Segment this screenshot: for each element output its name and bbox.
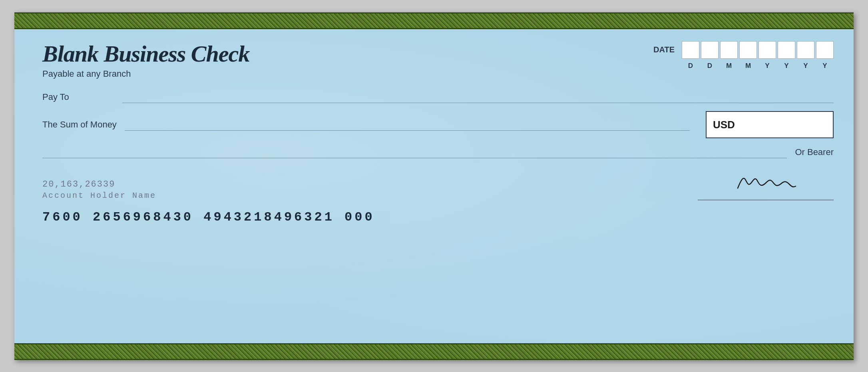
date-format-d1: D (682, 62, 699, 70)
or-bearer-row: Or Bearer (42, 146, 834, 158)
sum-line[interactable] (125, 119, 690, 131)
date-box-6[interactable] (778, 41, 795, 59)
bearer-label: Or Bearer (795, 147, 834, 157)
micr-section: 7600 2656968430 4943218496321 000 (42, 210, 834, 229)
pay-to-line[interactable] (122, 91, 834, 103)
date-box-7[interactable] (797, 41, 814, 59)
sum-label: The Sum of Money (42, 119, 117, 130)
date-box-4[interactable] (739, 41, 757, 59)
usd-label: USD (713, 119, 735, 131)
check-bottom: 20,163,26339 Account Holder Name (42, 166, 834, 200)
date-format-row: D D M M Y Y Y Y (682, 62, 834, 70)
signature-line (698, 200, 834, 200)
check-subtitle: Payable at any Branch (42, 69, 653, 79)
date-format-y3: Y (797, 62, 814, 70)
bearer-line[interactable] (42, 146, 787, 158)
date-format-m1: M (720, 62, 738, 70)
micr-text: 7600 2656968430 4943218496321 000 (42, 210, 834, 225)
signature-section (698, 166, 834, 200)
date-format-y1: Y (759, 62, 776, 70)
date-box-2[interactable] (701, 41, 719, 59)
title-section: Blank Business Check Payable at any Bran… (42, 41, 653, 80)
date-row: DATE (653, 41, 834, 59)
date-format-y2: Y (778, 62, 795, 70)
account-number: 20,163,26339 (42, 179, 156, 189)
date-box-8[interactable] (816, 41, 834, 59)
sum-row: The Sum of Money USD (42, 111, 834, 138)
date-box-5[interactable] (759, 41, 776, 59)
signature-svg (722, 166, 810, 198)
date-boxes (682, 41, 834, 59)
date-label: DATE (653, 45, 675, 54)
account-info: 20,163,26339 Account Holder Name (42, 179, 156, 200)
date-format-d2: D (701, 62, 719, 70)
date-format-y4: Y (816, 62, 834, 70)
date-box-3[interactable] (720, 41, 738, 59)
account-holder-name: Account Holder Name (42, 191, 156, 200)
check-body: Blank Business Check Payable at any Bran… (14, 29, 854, 343)
usd-box: USD (706, 111, 834, 138)
pay-to-label: Pay To (42, 92, 114, 102)
date-format-m2: M (739, 62, 757, 70)
bottom-border (14, 343, 854, 360)
top-border (14, 12, 854, 29)
date-box-1[interactable] (682, 41, 699, 59)
check-title: Blank Business Check (42, 41, 653, 67)
pay-to-row: Pay To (42, 91, 834, 103)
check-document: Blank Business Check Payable at any Bran… (14, 12, 854, 360)
date-section: DATE D D M M (653, 41, 834, 70)
check-header: Blank Business Check Payable at any Bran… (42, 41, 834, 80)
